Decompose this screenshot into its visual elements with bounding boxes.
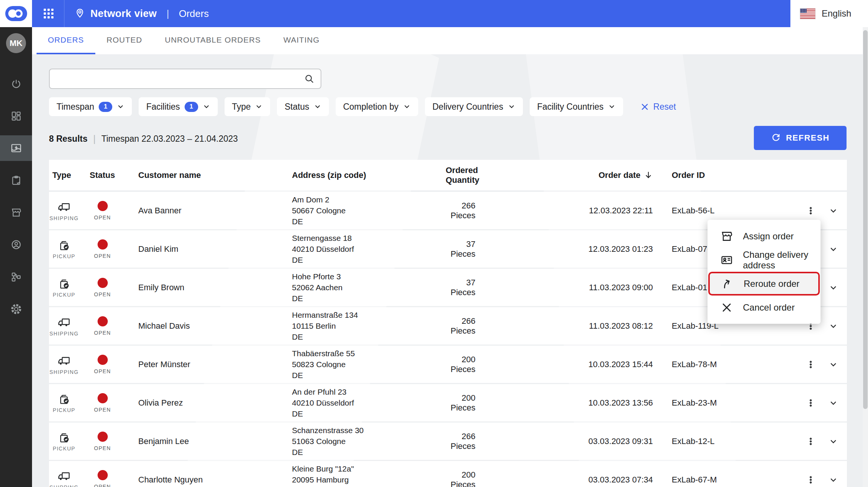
status-open-dot (98, 393, 108, 403)
ordered-quantity: 37 Pieces (446, 278, 507, 297)
order-type: SHIPPING (50, 200, 78, 221)
row-expand-chevron-icon[interactable] (828, 244, 839, 254)
order-type-label: PICKUP (53, 446, 75, 452)
row-expand-chevron-icon[interactable] (828, 321, 839, 331)
user-avatar[interactable]: MK (6, 33, 26, 53)
menu-item-change-delivery-address[interactable]: Change delivery address (708, 248, 821, 272)
table-row[interactable]: PICKUP OPEN Olivia Perez An der Pfuhl 23… (49, 384, 847, 421)
col-header-address: Address (zip code) (292, 170, 446, 180)
sidebar-item-settings[interactable] (0, 296, 32, 322)
sidebar-item-dashboard[interactable] (0, 103, 32, 129)
us-flag-icon (800, 9, 815, 19)
filter-completion-by[interactable]: Completion by (336, 97, 418, 116)
topbar-separator: | (167, 8, 169, 19)
ordered-quantity: 266 Pieces (446, 201, 507, 221)
pickup-bag-icon (58, 239, 71, 252)
table-row[interactable]: SHIPPING OPEN Peter Münster Thabäerstraß… (49, 346, 847, 383)
row-context-menu: Assign order Change delivery address Rer… (708, 220, 821, 324)
address: Sternengasse 1840210 DüsseldorfDE (292, 233, 446, 265)
tab-waiting[interactable]: WAITING (272, 27, 331, 54)
pickup-bag-icon (58, 277, 71, 291)
language-label: English (822, 8, 851, 19)
ordered-quantity: 200 Pieces (446, 355, 507, 374)
search-icon[interactable] (304, 74, 315, 84)
order-type-label: SHIPPING (49, 369, 78, 375)
order-status: OPEN (90, 239, 115, 259)
sidebar-item-network[interactable] (0, 264, 32, 290)
status-open-dot (98, 316, 108, 326)
menu-item-assign-order[interactable]: Assign order (708, 224, 821, 248)
order-status: OPEN (90, 278, 115, 297)
filter-facility-countries[interactable]: Facility Countries (530, 97, 623, 116)
reset-filters-button[interactable]: Reset (640, 102, 676, 112)
filter-type[interactable]: Type (225, 97, 270, 116)
row-expand-chevron-icon[interactable] (828, 359, 839, 370)
customer-name: Olivia Perez (138, 398, 292, 408)
col-header-customer-name: Customer name (138, 170, 292, 180)
row-menu-kebab-icon[interactable] (805, 205, 817, 217)
reset-label: Reset (653, 102, 676, 112)
row-expand-chevron-icon[interactable] (828, 205, 839, 216)
filter-status[interactable]: Status (277, 97, 329, 116)
order-type-label: PICKUP (53, 407, 75, 413)
refresh-label: REFRESH (786, 133, 830, 143)
order-status-label: OPEN (94, 484, 111, 487)
table-row[interactable]: SHIPPING OPEN Charlotte Nguyen Kleine Bu… (49, 461, 847, 487)
status-open-dot (98, 355, 108, 365)
scrollbar-thumb[interactable] (863, 30, 868, 409)
row-expand-chevron-icon[interactable] (828, 475, 839, 485)
status-open-dot (98, 201, 108, 211)
row-menu-kebab-icon[interactable] (805, 397, 817, 409)
sidebar-item-power[interactable] (0, 71, 32, 97)
filter-timespan[interactable]: Timespan 1 (49, 97, 132, 116)
search-input[interactable] (50, 69, 304, 88)
app-grid-icon[interactable] (44, 9, 53, 18)
tab-routed[interactable]: ROUTED (95, 27, 154, 54)
row-expand-chevron-icon[interactable] (828, 398, 839, 408)
filter-label: Facility Countries (537, 102, 604, 112)
table-header: Type Status Customer name Address (zip c… (49, 160, 847, 190)
account-icon (11, 239, 22, 250)
tab-unroutable-orders[interactable]: UNROUTABLE ORDERS (154, 27, 272, 54)
order-status-label: OPEN (94, 253, 111, 259)
customer-name: Charlotte Nguyen (138, 475, 292, 485)
col-header-order-id: Order ID (653, 170, 799, 180)
row-menu-kebab-icon[interactable] (805, 474, 817, 486)
sidebar-item-tasks[interactable] (0, 168, 32, 193)
clipboard-check-icon (11, 175, 22, 186)
close-icon (640, 103, 649, 111)
filter-delivery-countries[interactable]: Delivery Countries (425, 97, 523, 116)
row-menu-kebab-icon[interactable] (805, 435, 817, 447)
order-type: PICKUP (50, 393, 78, 413)
dashboard-icon (11, 110, 22, 122)
col-header-order-date[interactable]: Order date (507, 170, 653, 180)
filter-facilities[interactable]: Facilities 1 (139, 97, 217, 116)
status-open-dot (98, 432, 108, 442)
shipping-truck-icon (57, 315, 71, 329)
chevron-down-icon (117, 103, 124, 110)
customer-name: Daniel Kim (138, 244, 292, 254)
ordered-quantity: 200 Pieces (446, 393, 507, 413)
menu-item-reroute-order[interactable]: Reroute order (708, 272, 820, 296)
search-box (49, 69, 321, 89)
sidebar-item-orders[interactable] (0, 135, 32, 161)
sidebar-item-facilities[interactable] (0, 200, 32, 225)
chevron-down-icon (314, 103, 321, 110)
row-actions (799, 474, 847, 486)
row-actions (799, 397, 847, 409)
row-expand-chevron-icon[interactable] (828, 282, 839, 293)
chevron-down-icon (508, 103, 515, 110)
order-status: OPEN (90, 393, 115, 413)
menu-item-cancel-order[interactable]: Cancel order (708, 296, 821, 319)
row-menu-kebab-icon[interactable] (805, 358, 817, 371)
row-expand-chevron-icon[interactable] (828, 436, 839, 447)
refresh-button[interactable]: REFRESH (754, 126, 847, 150)
table-row[interactable]: PICKUP OPEN Benjamin Lee Schanzenstrasse… (49, 423, 847, 460)
customer-name: Ava Banner (138, 206, 292, 216)
results-summary: 8 Results | Timespan 22.03.2023 – 21.04.… (49, 133, 238, 145)
ordered-quantity: 266 Pieces (446, 316, 507, 336)
tab-orders[interactable]: ORDERS (37, 27, 95, 54)
results-separator: | (93, 133, 96, 145)
sidebar-item-account[interactable] (0, 232, 32, 257)
language-selector[interactable]: English (790, 0, 868, 27)
